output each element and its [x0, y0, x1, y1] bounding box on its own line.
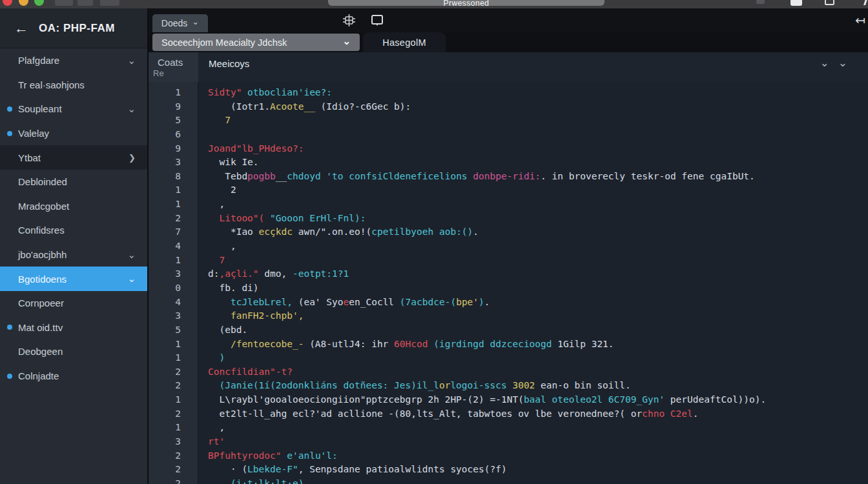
back-arrow-icon[interactable]: ← — [14, 20, 28, 37]
line-number: 3 — [149, 309, 181, 323]
sidebar-item-label: Ytbat — [18, 152, 41, 163]
line-number: 1 — [149, 254, 181, 268]
collapse-left-arrow-icon[interactable]: ↤ — [855, 13, 865, 28]
code-line: Litooo"( "Gooon ErHl-Fnl): — [208, 212, 868, 226]
tab-active[interactable]: HasegolM — [363, 32, 446, 52]
bullet-icon — [7, 374, 12, 379]
sidebar-item-cornpoeer[interactable]: Cornpoeer — [0, 291, 147, 316]
sidebar-item-mradcgobet[interactable]: Mradcgobet — [0, 194, 147, 219]
window-titlebar: Prwessoned — [0, 0, 868, 8]
titlebar-dim-button[interactable] — [756, 0, 765, 4]
sidebar-nav: Plafgdare⌄Tr eal·saohjonsSoupleant⌄Valel… — [0, 48, 147, 484]
sidebar-item-label: Mat oid.ttv — [18, 322, 63, 333]
sidebar-item-label: Soupleant — [18, 103, 62, 114]
chevron-down-icons[interactable]: ⌄⌄ — [820, 56, 857, 70]
version-selector-value: Soceechjom Meacialty Jdchsk — [161, 37, 287, 48]
line-number: 2 — [149, 407, 181, 421]
code-editor[interactable]: Sidty" otboclian'iee?: (Iotr1.Acoote__ (… — [198, 82, 868, 484]
code-line: (Janie(1í(2odonkliáns dotñees: Jes)il_lo… — [208, 379, 868, 393]
line-number: 4 — [149, 296, 181, 310]
code-line: · (Lbekde-F", Senpsdane patioalwlidnts s… — [208, 463, 868, 477]
line-number: 1 — [149, 338, 181, 352]
sidebar-item-label: Colnjadte — [18, 370, 59, 381]
version-selector[interactable]: Soceechjom Meacialty Jdchsk ⌄ — [152, 34, 360, 51]
sidebar-item-label: Deobgeen — [18, 346, 63, 357]
line-number: 8 — [149, 170, 181, 184]
comment-box-icon[interactable] — [370, 14, 384, 28]
main-panel: Doeds ⌄ — [149, 8, 868, 484]
code-line: tcJlebLrel, (ea' Syoeen_Cocll (7acbdce-(… — [208, 296, 868, 310]
app-window: Prwessoned ← OA: PHP-FAM Plafgdare⌄Tr ea… — [0, 0, 868, 484]
tab-label: HasegolM — [382, 37, 426, 48]
bullet-icon — [7, 325, 12, 330]
sidebar-item-valelay[interactable]: Valelay — [0, 121, 147, 146]
line-number: 5 — [149, 323, 181, 338]
sidebar-item-plafgdare[interactable]: Plafgdare⌄ — [0, 48, 147, 73]
sidebar-item-label: Valelay — [18, 128, 49, 139]
line-number: 0 — [149, 281, 181, 296]
code-line: wik Ie. — [208, 156, 868, 170]
code-body[interactable]: 19569381127413043511221213222 Sidty" otb… — [149, 82, 868, 484]
line-number: 9 — [149, 100, 181, 114]
bug-icon[interactable] — [342, 14, 356, 27]
line-number: 9 — [149, 142, 181, 156]
line-number: 1 — [149, 393, 181, 407]
docs-dropdown-label: Doeds — [161, 18, 187, 28]
sidebar-item-soupleant[interactable]: Soupleant⌄ — [0, 97, 147, 121]
gutter-subheader-label: Re — [153, 68, 198, 78]
sidebar-item-bgotidoens[interactable]: Bgotidoens⌄ — [0, 267, 147, 291]
line-number: 7 — [149, 225, 181, 239]
code-line: et2lt-ll_ahg ecl?'ad acllione -(80,lts_A… — [208, 407, 868, 421]
line-number: 1 — [149, 197, 181, 212]
sidebar-item-label: Tr eal·saohjons — [18, 79, 85, 90]
titlebar-button[interactable] — [55, 0, 73, 6]
titlebar-button[interactable] — [78, 0, 93, 6]
line-number: 1 — [149, 351, 181, 365]
sidebar-item-label: jbo'aocjbhh — [18, 249, 67, 260]
code-line: 7 — [208, 254, 868, 268]
code-panel: Coats Re Meeicoys ⌄⌄ 1956938112741304351… — [149, 52, 868, 484]
address-bar-title: Prwessoned — [443, 0, 489, 6]
code-line — [208, 128, 868, 142]
line-number: 1 — [149, 183, 181, 197]
code-line: Sidty" otboclian'iee?: — [208, 86, 868, 100]
line-number: 6 — [149, 128, 181, 142]
sidebar-toggle-icon[interactable] — [863, 0, 868, 5]
toolbar: Doeds ⌄ — [149, 8, 868, 32]
titlebar-button[interactable] — [100, 0, 119, 6]
code-line: , — [208, 421, 868, 435]
sidebar-item-mat-oid-ttv[interactable]: Mat oid.ttv — [0, 316, 147, 340]
gutter-header: Coats Re — [149, 52, 198, 82]
traffic-light-close-icon[interactable] — [3, 0, 12, 6]
line-number: 3 — [149, 267, 181, 281]
code-line: *Iao ecçkdc awn/".on.eo!(cpetilbyoeh aob… — [208, 225, 868, 239]
sidebar-item-ytbat[interactable]: Ytbat❯ — [0, 145, 147, 170]
docs-dropdown-button[interactable]: Doeds ⌄ — [152, 14, 208, 32]
traffic-light-minimize-icon[interactable] — [19, 0, 28, 6]
line-number: 2 — [149, 212, 181, 226]
sidebar-item-label: Plafgdare — [18, 55, 59, 66]
address-bar[interactable]: Prwessoned — [328, 0, 604, 6]
traffic-light-zoom-icon[interactable] — [34, 0, 44, 6]
sidebar-item-debloinded[interactable]: Debloinded — [0, 170, 147, 194]
sidebar-item-label: Debloinded — [18, 176, 67, 187]
code-line: d:,açli." dmo, -eotpt:1?1 — [208, 267, 868, 281]
code-line: BPfuhtyrodoc" e'anlu'l: — [208, 449, 868, 463]
sidebar-item-tr-eal-saohjons[interactable]: Tr eal·saohjons — [0, 73, 147, 97]
sidebar-item-jbo-aocjbhh[interactable]: jbo'aocjbhh⌄ — [0, 243, 147, 267]
code-line: /fentoecobe_- (A8-utlJ4: ihr 60Hcod (igr… — [208, 338, 868, 352]
code-line: Concfildian"-t? — [208, 365, 868, 379]
download-icon[interactable] — [790, 0, 802, 6]
sidebar-item-deobgeen[interactable]: Deobgeen — [0, 339, 147, 364]
line-number: 2 — [149, 365, 181, 379]
code-line: fb. di) — [208, 281, 868, 296]
sidebar-item-confidsres[interactable]: Confidsres — [0, 218, 147, 243]
sidebar-item-colnjadte[interactable]: Colnjadte — [0, 364, 147, 388]
line-number: 2 — [149, 379, 181, 393]
content: ← OA: PHP-FAM Plafgdare⌄Tr eal·saohjonsS… — [0, 8, 868, 484]
code-line: 7 — [208, 114, 868, 128]
sidebar-item-label: Cornpoeer — [18, 297, 64, 308]
code-header: Coats Re Meeicoys ⌄⌄ — [149, 52, 868, 82]
code-title: Meeicoys — [209, 58, 249, 69]
copy-icon[interactable] — [825, 0, 834, 5]
